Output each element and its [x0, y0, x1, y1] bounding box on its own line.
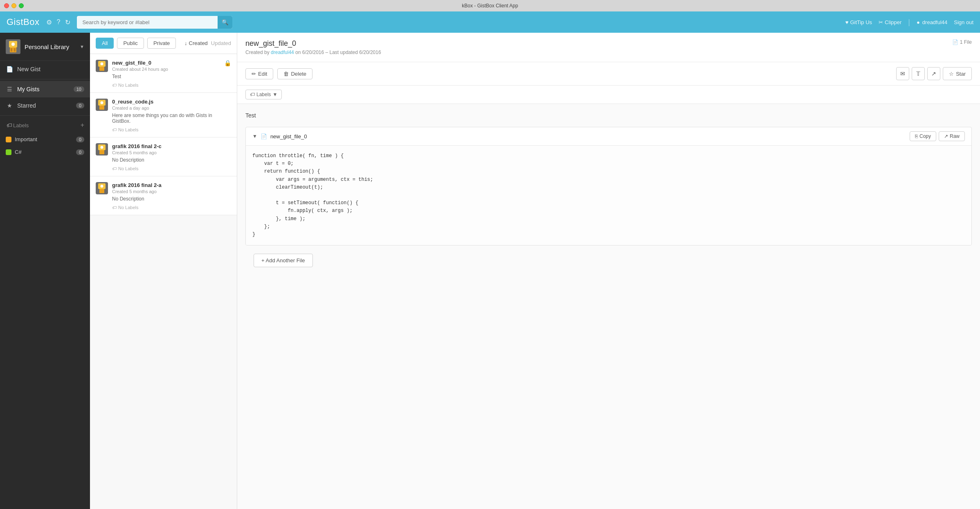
delete-button[interactable]: 🗑 Delete: [277, 68, 312, 79]
svg-rect-21: [99, 189, 104, 193]
search-wrap: 🔍: [77, 16, 232, 29]
maximize-button[interactable]: [19, 3, 24, 8]
starred-icon: ★: [6, 102, 13, 109]
gittip-link[interactable]: ♥ GitTip Us: [845, 19, 872, 25]
svg-rect-5: [14, 48, 16, 52]
library-avatar: [6, 39, 20, 54]
svg-rect-13: [99, 106, 104, 110]
search-button[interactable]: 🔍: [218, 16, 232, 29]
gist-date: Created 5 months ago: [112, 150, 231, 155]
gist-date: Created 5 months ago: [112, 189, 231, 194]
labels-icon: 🏷: [6, 122, 13, 128]
library-section[interactable]: Personal Library ▼: [0, 33, 90, 61]
edit-icon: ✏: [252, 71, 256, 77]
starred-count: 0: [76, 103, 84, 108]
gist-meta: grafik 2016 final 2-c Created 5 months a…: [112, 143, 231, 155]
gist-description: No Description: [112, 157, 231, 163]
file-actions: ⎘ Copy ↗ Raw: [910, 131, 965, 141]
search-input[interactable]: [77, 16, 232, 29]
library-name: Personal Library: [25, 43, 76, 50]
library-chevron-icon: ▼: [80, 44, 84, 49]
detail-file-count: 📄 1 File: [952, 39, 972, 45]
star-button[interactable]: ☆ Star: [943, 67, 972, 80]
gist-item[interactable]: grafik 2016 final 2-c Created 5 months a…: [90, 137, 237, 176]
gist-item[interactable]: grafik 2016 final 2-a Created 5 months a…: [90, 176, 237, 215]
minimize-button[interactable]: [11, 3, 16, 8]
copy-button[interactable]: ⎘ Copy: [910, 131, 936, 141]
gist-meta: 0_reuse_code.js Created a day ago: [112, 99, 231, 110]
svg-rect-17: [99, 150, 104, 154]
gist-item-header: grafik 2016 final 2-a Created 5 months a…: [96, 182, 231, 194]
help-icon[interactable]: ?: [57, 18, 61, 26]
user-icon: ●: [917, 19, 920, 25]
clipper-link[interactable]: ✂ Clipper: [879, 19, 901, 25]
sort-created-button[interactable]: ↓ Created: [184, 40, 208, 46]
app-logo: GistBox: [7, 17, 40, 27]
file-collapse-icon[interactable]: ▼: [252, 133, 257, 139]
lock-icon: 🔒: [224, 60, 231, 66]
avatar: [96, 60, 108, 72]
signout-button[interactable]: Sign out: [954, 19, 973, 25]
gist-item-header: grafik 2016 final 2-c Created 5 months a…: [96, 143, 231, 155]
gist-title: grafik 2016 final 2-a: [112, 182, 231, 188]
label-item-important[interactable]: Important 0: [0, 133, 90, 146]
raw-button[interactable]: ↗ Raw: [939, 131, 965, 141]
list-filters: All Public Private ↓ Created Updated: [90, 33, 237, 54]
raw-icon: ↗: [944, 133, 948, 139]
svg-point-3: [11, 43, 15, 46]
svg-rect-4: [11, 48, 12, 52]
author-link[interactable]: dreadful44: [271, 50, 294, 55]
svg-point-16: [101, 146, 103, 149]
sort-updated-button[interactable]: Updated: [211, 40, 231, 46]
add-label-icon[interactable]: +: [81, 122, 84, 129]
refresh-icon[interactable]: ↻: [65, 18, 70, 26]
sidebar-item-my-gists[interactable]: ☰ My Gists 10: [0, 81, 90, 97]
label-tag-icon: 🏷: [112, 166, 117, 171]
avatar: [96, 182, 108, 194]
label-item-csharp[interactable]: C# 0: [0, 146, 90, 158]
share-button[interactable]: ↗: [927, 67, 940, 80]
file-header: ▼ 📄 new_gist_file_0 ⎘ Copy ↗ Raw: [246, 127, 971, 146]
svg-point-20: [101, 185, 103, 188]
gist-item[interactable]: new_gist_file_0 Created about 24 hours a…: [90, 54, 237, 93]
detail-body: Test ▼ 📄 new_gist_file_0 ⎘ Copy ↗ Raw: [237, 104, 980, 509]
labels-row: 🏷 Labels ▼: [237, 86, 980, 104]
sidebar-item-starred[interactable]: ★ Starred 0: [0, 97, 90, 114]
labels-button[interactable]: 🏷 Labels ▼: [245, 90, 282, 99]
file-block: ▼ 📄 new_gist_file_0 ⎘ Copy ↗ Raw: [245, 127, 972, 245]
gist-title: 0_reuse_code.js: [112, 99, 231, 105]
star-icon: ☆: [949, 71, 954, 77]
username-label: dreadful44: [922, 19, 947, 25]
label-color-csharp: [6, 149, 11, 155]
my-gists-label: My Gists: [17, 86, 70, 92]
gist-title: grafik 2016 final 2-c: [112, 143, 231, 149]
label-color-important: [6, 137, 11, 142]
labels-label: Labels: [13, 122, 81, 128]
sidebar-divider-2: [0, 115, 90, 116]
topnav-right: ♥ GitTip Us ✂ Clipper | ● dreadful44 Sig…: [845, 18, 973, 27]
email-button[interactable]: ✉: [896, 67, 909, 80]
list-panel: All Public Private ↓ Created Updated: [90, 33, 237, 509]
gist-date: Created about 24 hours ago: [112, 67, 220, 72]
gist-item-header: new_gist_file_0 Created about 24 hours a…: [96, 60, 231, 72]
user-info: ● dreadful44: [917, 19, 947, 25]
gist-labels: 🏷 No Labels: [112, 83, 231, 88]
gist-item[interactable]: 0_reuse_code.js Created a day ago Here a…: [90, 93, 237, 137]
detail-header: new_gist_file_0 📄 1 File Created by drea…: [237, 33, 980, 62]
clipper-icon: ✂: [879, 19, 883, 25]
filter-public-button[interactable]: Public: [117, 38, 144, 49]
detail-description: Test: [245, 112, 972, 119]
close-button[interactable]: [4, 3, 9, 8]
filter-private-button[interactable]: Private: [147, 38, 176, 49]
edit-button[interactable]: ✏ Edit: [245, 68, 273, 79]
filter-all-button[interactable]: All: [96, 38, 114, 49]
labels-header[interactable]: 🏷 Labels +: [0, 117, 90, 133]
twitter-button[interactable]: 𝕋: [912, 67, 925, 80]
topnav: GistBox ⚙ ? ↻ 🔍 ♥ GitTip Us ✂ Clipper | …: [0, 11, 980, 33]
social-buttons: ✉ 𝕋 ↗ ☆ Star: [896, 67, 972, 80]
settings-icon[interactable]: ⚙: [46, 18, 52, 26]
gist-date: Created a day ago: [112, 106, 231, 110]
sidebar-item-new-gist[interactable]: 📄 New Gist: [0, 61, 90, 77]
add-file-button[interactable]: + Add Another File: [254, 254, 313, 267]
detail-title: new_gist_file_0: [245, 39, 296, 48]
